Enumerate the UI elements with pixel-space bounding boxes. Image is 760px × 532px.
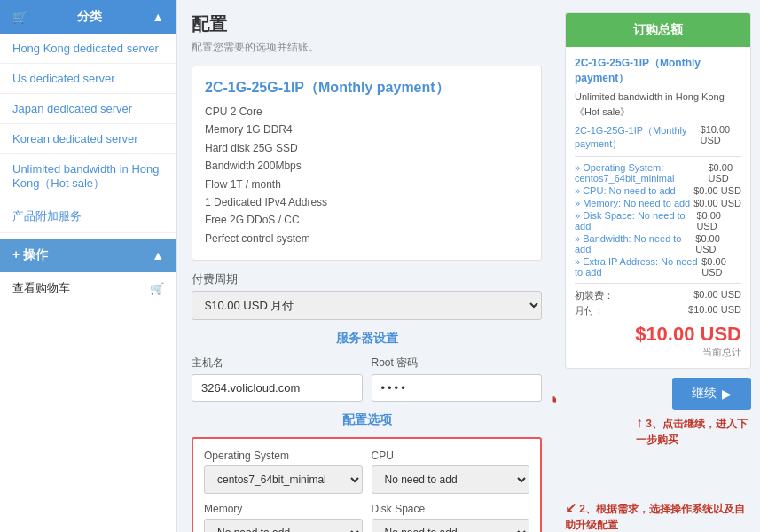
sidebar-category-header: 🛒 分类 ▲ [0,0,176,34]
order-total-amount: $10.00 USD [575,323,741,346]
order-setup-price: $0.00 USD [693,289,741,302]
root-password-input[interactable] [372,374,543,402]
order-extra-ip-label: » Extra IP Address: No need to add [575,256,701,278]
order-monthly-row: 月付： $10.00 USD [575,304,741,317]
annotation-2: ↙ 2、根据需求，选择操作系统以及自助升级配置 [565,498,751,532]
hostname-group: 主机名 [192,356,363,402]
order-os-row: » Operating System: centos7_64bit_minima… [575,162,741,184]
memory-label: Memory [204,503,363,515]
order-cpu-label: » CPU: No need to add [575,185,676,196]
right-panel: 订购总额 2C-1G-25G-1IP（Monthly payment） Unli… [556,0,760,532]
arrow-right-icon: ▶ [722,387,732,401]
spec-bandwidth: Bandwidth 200Mbps [205,157,529,175]
payment-period-row: $10.00 USD 月付 [192,291,542,320]
disk-field: Disk Space No need to add [372,503,530,532]
order-product-title: 2C-1G-25G-1IP（Monthly payment） [575,56,741,86]
root-password-group: Root 密码 ↙ 1、设置vps登录密码 [372,356,543,402]
main-content: 配置 配置您需要的选项并结账。 2C-1G-25G-1IP（Monthly pa… [177,0,556,532]
order-extra-ip-price: $0.00 USD [701,256,741,278]
order-product-price: $10.00 USD [701,124,741,151]
annotation-3: ↑ 3、点击继续，进入下一步购买 [636,413,751,448]
order-bandwidth-price: $0.00 USD [695,233,741,254]
order-disk-row: » Disk Space: No need to add $0.00 USD [575,210,741,231]
chevron-up-icon: ▲ [152,10,164,24]
order-cpu-price: $0.00 USD [693,185,741,196]
root-password-label: Root 密码 [372,356,543,371]
os-label: Operating System [204,450,363,462]
os-field: Operating System centos7_64bit_minimal [204,450,363,494]
memory-select[interactable]: No need to add [204,519,363,532]
sidebar-item-hongkong[interactable]: Hong Kong dedicated server [0,34,176,64]
order-setup-label: 初装费： [575,289,614,302]
continue-button[interactable]: 继续 ▶ [672,378,751,410]
disk-label: Disk Space [372,503,530,515]
server-settings-title: 服务器设置 [192,331,542,347]
order-memory-row: » Memory: No need to add $0.00 USD [575,198,741,208]
sidebar-item-unlimited[interactable]: Unlimited bandwidth in Hong Kong（Hot sal… [0,154,176,200]
spec-ddos: Free 2G DDoS / CC [205,211,529,229]
order-monthly-label: 月付： [575,304,604,317]
order-memory-price: $0.00 USD [693,198,741,208]
order-bandwidth-label: » Bandwidth: No need to add [575,233,695,254]
payment-period-select[interactable]: $10.00 USD 月付 [192,291,542,320]
cart-icon: 🛒 [12,10,27,24]
cpu-select[interactable]: No need to add [372,466,530,494]
sidebar-action-label: + 操作 [12,247,48,263]
order-os-label: » Operating System: centos7_64bit_minima… [575,162,708,184]
sidebar-item-japan[interactable]: Japan dedicated server [0,94,176,124]
spec-cpu: CPU 2 Core [205,103,529,121]
page-subtitle: 配置您需要的选项并结账。 [192,40,542,55]
product-info-box: 2C-1G-25G-1IP（Monthly payment） CPU 2 Cor… [192,66,542,261]
sidebar-item-korean[interactable]: Korean dedicated server [0,124,176,154]
cart-icon2: 🛒 [150,282,164,295]
spec-ipv4: 1 Dedicated IPv4 Address [205,193,529,211]
payment-period-label: 付费周期 [192,271,542,287]
continue-label: 继续 [692,386,717,402]
spec-flow: Flow 1T / month [205,176,529,193]
page-title: 配置 [192,12,542,36]
spec-control: Perfect control system [205,230,529,247]
order-setup-row: 初装费： $0.00 USD [575,289,741,302]
sidebar: 🛒 分类 ▲ Hong Kong dedicated server Us ded… [0,0,177,532]
spec-memory: Memory 1G DDR4 [205,121,529,138]
cart-label: 查看购物车 [12,280,70,296]
product-specs: CPU 2 Core Memory 1G DDR4 Hard disk 25G … [205,103,529,247]
order-total-caption: 当前总计 [575,346,741,359]
chevron-up-icon2: ▲ [152,248,164,262]
order-total-body: 2C-1G-25G-1IP（Monthly payment） Unlimited… [566,47,750,368]
order-extra-ip-row: » Extra IP Address: No need to add $0.00… [575,256,741,278]
order-os-price: $0.00 USD [708,162,741,184]
order-total-box: 订购总额 2C-1G-25G-1IP（Monthly payment） Unli… [565,12,751,369]
spec-disk: Hard disk 25G SSD [205,139,529,157]
order-product-desc: Unlimited bandwidth in Hong Kong《Hot sal… [575,90,741,119]
product-name: 2C-1G-25G-1IP（Monthly payment） [205,79,529,98]
order-cpu-row: » CPU: No need to add $0.00 USD [575,185,741,196]
os-select[interactable]: centos7_64bit_minimal [204,466,363,494]
server-settings-grid: 主机名 Root 密码 ↙ 1、设置vps登录密码 [192,356,542,402]
hostname-label: 主机名 [192,356,363,371]
order-total-header: 订购总额 [566,13,750,47]
content-area: 配置 配置您需要的选项并结账。 2C-1G-25G-1IP（Monthly pa… [177,0,760,532]
order-memory-label: » Memory: No need to add [575,198,690,208]
order-disk-price: $0.00 USD [696,210,741,231]
order-product-price-row: 2C-1G-25G-1IP（Monthly payment） $10.00 US… [575,124,741,151]
sidebar-item-addon[interactable]: 产品附加服务 [0,200,176,233]
continue-row: 继续 ▶ ↑ 3、点击继续，进入下一步购买 [565,378,751,410]
order-bandwidth-row: » Bandwidth: No need to add $0.00 USD [575,233,741,254]
memory-field: Memory No need to add [204,503,363,532]
config-options-title: 配置选项 [192,412,542,428]
cpu-label: CPU [372,450,530,462]
config-grid: Operating System centos7_64bit_minimal C… [204,450,529,532]
disk-select[interactable]: No need to add [372,519,530,532]
sidebar-action-header: + 操作 ▲ [0,239,176,272]
hostname-input[interactable] [192,374,363,402]
order-monthly-price: $10.00 USD [688,304,741,317]
config-options-box: Operating System centos7_64bit_minimal C… [192,437,542,532]
order-disk-label: » Disk Space: No need to add [575,210,696,231]
cpu-field: CPU No need to add [372,450,530,494]
sidebar-item-us[interactable]: Us dedicated server [0,64,176,94]
sidebar-cart-item[interactable]: 查看购物车 🛒 [0,272,176,304]
sidebar-category-label: 分类 [77,9,102,25]
annotation-1: ↙ 1、设置vps登录密码 [551,387,556,407]
order-product-sub: 2C-1G-25G-1IP（Monthly payment） [575,124,701,151]
